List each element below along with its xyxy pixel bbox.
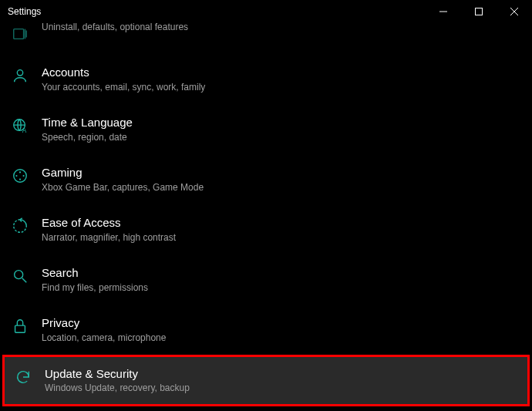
settings-item-title: Ease of Access — [42, 215, 176, 231]
settings-item-sub: Xbox Game Bar, captures, Game Mode — [42, 182, 204, 194]
svg-rect-1 — [476, 8, 483, 15]
settings-item-sub: Narrator, magnifier, high contrast — [42, 232, 176, 244]
window-title: Settings — [0, 6, 41, 17]
settings-item-text: Privacy Location, camera, microphone — [42, 315, 166, 344]
settings-item-title: Accounts — [42, 65, 205, 80]
settings-item-gaming[interactable]: Gaming Xbox Game Bar, captures, Game Mod… — [0, 154, 532, 204]
svg-text:A: A — [22, 127, 27, 134]
svg-point-11 — [19, 172, 21, 173]
settings-item-sub: Speech, region, date — [42, 132, 133, 144]
svg-point-7 — [17, 70, 22, 76]
settings-item-sub: Your accounts, email, sync, work, family — [42, 82, 205, 94]
close-button[interactable] — [497, 0, 532, 23]
settings-item-apps[interactable]: Apps Uninstall, defaults, optional featu… — [0, 20, 532, 54]
settings-item-accounts[interactable]: Accounts Your accounts, email, sync, wor… — [0, 54, 532, 104]
settings-item-title: Update & Security — [45, 366, 190, 382]
settings-item-title: Search — [42, 265, 148, 281]
settings-item-text: Gaming Xbox Game Bar, captures, Game Mod… — [42, 165, 204, 194]
search-icon — [11, 267, 29, 285]
settings-item-text: Apps Uninstall, defaults, optional featu… — [42, 20, 188, 34]
settings-item-update-security[interactable]: Update & Security Windows Update, recove… — [3, 355, 529, 406]
minimize-button[interactable] — [426, 0, 461, 23]
settings-item-text: Search Find my files, permissions — [42, 265, 148, 294]
settings-item-title: Gaming — [42, 165, 204, 180]
settings-item-sub: Location, camera, microphone — [42, 332, 166, 345]
minimize-icon — [439, 8, 447, 15]
svg-point-13 — [22, 175, 24, 177]
settings-item-title: Time & Language — [42, 115, 133, 130]
settings-item-sub: Uninstall, defaults, optional features — [42, 22, 188, 34]
settings-list: Apps Uninstall, defaults, optional featu… — [0, 23, 532, 406]
svg-point-15 — [15, 271, 23, 279]
settings-item-text: Accounts Your accounts, email, sync, wor… — [42, 65, 205, 93]
settings-item-ease-of-access[interactable]: Ease of Access Narrator, magnifier, high… — [0, 204, 532, 254]
settings-item-text: Time & Language Speech, region, date — [42, 115, 133, 143]
svg-rect-17 — [15, 326, 25, 333]
privacy-icon — [11, 317, 29, 335]
maximize-button[interactable] — [461, 0, 497, 23]
maximize-icon — [475, 8, 483, 15]
settings-item-time-language[interactable]: A Time & Language Speech, region, date — [0, 104, 532, 154]
svg-point-12 — [15, 175, 17, 177]
settings-item-search[interactable]: Search Find my files, permissions — [0, 254, 532, 305]
settings-item-title: Privacy — [42, 315, 166, 331]
accounts-icon — [11, 66, 29, 85]
settings-item-text: Update & Security Windows Update, recove… — [45, 366, 190, 395]
settings-item-text: Ease of Access Narrator, magnifier, high… — [42, 215, 176, 244]
close-icon — [510, 8, 518, 15]
svg-rect-4 — [14, 29, 24, 39]
settings-item-sub: Windows Update, recovery, backup — [45, 382, 190, 395]
ease-of-access-icon — [11, 217, 29, 235]
gaming-icon — [11, 167, 29, 185]
time-language-icon: A — [11, 116, 29, 135]
apps-icon — [11, 25, 29, 43]
svg-point-14 — [19, 179, 21, 180]
svg-point-10 — [14, 170, 27, 183]
update-security-icon — [14, 368, 32, 386]
window-controls — [426, 0, 532, 23]
settings-item-sub: Find my files, permissions — [42, 282, 148, 295]
svg-line-16 — [22, 278, 27, 283]
settings-item-privacy[interactable]: Privacy Location, camera, microphone — [0, 305, 532, 355]
